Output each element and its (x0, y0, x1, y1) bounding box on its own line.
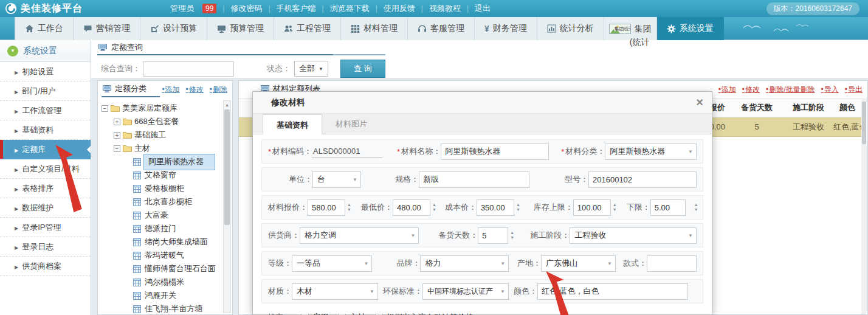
spinner-arrows[interactable]: ▲▼ (347, 202, 351, 212)
sidebar-item-custom-project-material[interactable]: ▶自定义项目/材料 (0, 159, 91, 179)
brand-select[interactable]: 格力 ▼ (420, 255, 509, 272)
sidebar-item-quota-library[interactable]: ▶定额库 (0, 140, 91, 159)
tree-scrollbar[interactable]: ▲ (223, 100, 231, 313)
edit-link[interactable]: 修改 (742, 85, 760, 95)
menu-browser-download[interactable]: 浏览器下载 (330, 3, 370, 14)
notification-badge[interactable]: 99 (202, 4, 216, 13)
checkbox-auto-price[interactable]: 根据出入库自动计算价格 (375, 312, 474, 315)
stock-max-input[interactable] (573, 199, 611, 216)
tree-root[interactable]: − 美美家居定额库 (102, 102, 221, 115)
tab-stats-analysis[interactable]: 统计分析 (537, 17, 604, 40)
add-link[interactable]: 添加 (162, 85, 179, 95)
scrollbar-thumb[interactable] (224, 109, 230, 225)
grade-select[interactable]: 一等品 ▼ (292, 255, 372, 272)
spinner-arrows[interactable]: ▲▼ (516, 202, 520, 212)
checkbox-enabled[interactable]: 启用 (301, 312, 328, 315)
menu-admin[interactable]: 管理员 (170, 3, 194, 14)
tree-item[interactable]: 北京喜步橱柜 (102, 195, 221, 209)
stock-min-input[interactable] (650, 199, 686, 216)
material-name-input[interactable] (441, 144, 549, 160)
supplier-select[interactable]: 格力空调 ▼ (300, 227, 419, 244)
tab-marketing[interactable]: 营销管理 (74, 17, 140, 40)
material-select[interactable]: 木材 ▼ (292, 283, 378, 300)
scrollbar-thumb[interactable] (862, 102, 866, 144)
color-input[interactable] (537, 283, 688, 300)
tree-item[interactable]: 蒂玛诺暖气 (102, 249, 221, 262)
sidebar-item-initial-settings[interactable]: ▶初始设置 (0, 62, 91, 81)
menu-feedback[interactable]: 使用反馈 (384, 3, 415, 14)
tree-item[interactable]: 德派拉门 (102, 222, 221, 235)
model-input[interactable] (588, 171, 697, 188)
close-icon[interactable]: × (696, 95, 703, 109)
search-input[interactable] (143, 61, 234, 77)
tree-item[interactable]: 鸿雁开关 (102, 289, 221, 302)
search-button[interactable]: 查 询 (340, 60, 385, 78)
spinner-arrows[interactable]: ▲▼ (432, 202, 436, 212)
list-scrollbar[interactable] (861, 98, 867, 314)
spec-input[interactable] (419, 171, 529, 188)
expand-icon[interactable]: + (114, 119, 120, 125)
tab-finance-mgmt[interactable]: ¥ 财务管理 (475, 17, 537, 40)
origin-select[interactable]: 广东佛山 ▼ (541, 255, 616, 272)
tab-project-mgmt[interactable]: 工程管理 (274, 17, 341, 40)
import-link[interactable]: 导入 (821, 85, 839, 95)
sidebar-item-workflow[interactable]: ▶工作流管理 (0, 101, 91, 120)
tree-item[interactable]: 缔尚大师集成墙面 (102, 235, 221, 249)
add-link[interactable]: 添加 (718, 85, 736, 95)
delete-link[interactable]: 删除 (210, 85, 227, 95)
sidebar-item-base-data[interactable]: ▶基础资料 (0, 120, 91, 140)
min-price-input[interactable] (393, 199, 430, 216)
menu-mobile-client[interactable]: 手机客户端 (277, 3, 316, 14)
tab-base-data[interactable]: 基础资料 (263, 114, 322, 134)
tab-group-stats[interactable]: 集团统计 集团 (统计 (604, 17, 657, 40)
menu-change-password[interactable]: 修改密码 (230, 3, 262, 14)
tab-system-settings[interactable]: 系统设置 (657, 17, 724, 40)
sidebar-item-supplier-archive[interactable]: ▶供货商档案 (0, 257, 91, 276)
quote-input[interactable] (308, 199, 345, 216)
material-category-select[interactable]: 阿里斯顿热水器 ▼ (605, 144, 697, 160)
tab-budget-mgmt[interactable]: 预算管理 (207, 17, 274, 40)
stage-select[interactable]: 工程验收 ▼ (570, 227, 697, 244)
collapse-icon[interactable]: − (102, 105, 108, 112)
tree-folder[interactable]: + 668全包套餐 (102, 115, 221, 128)
status-select[interactable]: 全部 ▼ (294, 61, 328, 77)
menu-logout[interactable]: 退出 (475, 3, 491, 14)
tree-item[interactable]: 佳飞翔-半亩方塘 (102, 302, 221, 314)
sidebar-header[interactable]: ▼ 系统设置 (0, 40, 91, 62)
tree-item[interactable]: 爱格板橱柜 (102, 182, 221, 195)
cost-price-input[interactable] (477, 199, 514, 216)
tab-material-images[interactable]: 材料图片 (322, 114, 381, 134)
checkbox-main-material[interactable]: 主材 (338, 312, 365, 315)
tree-item[interactable]: 阿里斯顿热水器 (102, 155, 221, 168)
spinner-arrows[interactable]: ▲▼ (510, 230, 514, 240)
spinner-arrows[interactable]: ▲▼ (613, 202, 617, 212)
tab-workbench[interactable]: 工作台 (15, 17, 74, 40)
sidebar-item-login-ip[interactable]: ▶登录IP管理 (0, 218, 91, 237)
tree-folder[interactable]: + 基础施工 (102, 128, 221, 142)
lead-days-input[interactable] (478, 227, 508, 244)
style-input[interactable] (647, 255, 697, 272)
delete-batch-link[interactable]: 删除/批量删除 (766, 85, 815, 95)
unit-select[interactable]: 台 ▼ (312, 171, 361, 188)
tab-design-budget[interactable]: 设计预算 (140, 17, 207, 40)
sidebar-item-login-log[interactable]: ▶登录日志 (0, 237, 91, 257)
tab-customer-service[interactable]: 客服管理 (408, 17, 475, 40)
menu-video-tutorial[interactable]: 视频教程 (429, 3, 461, 14)
sidebar-item-data-maintenance[interactable]: ▶数据维护 (0, 198, 91, 218)
triangle-icon: ▶ (15, 265, 18, 270)
sidebar-item-table-sort[interactable]: ▶表格排序 (0, 179, 91, 198)
env-std-select[interactable]: 中国环境标志认证产 ▼ (422, 283, 509, 300)
triangle-icon: ▶ (15, 70, 18, 75)
export-link[interactable]: 导出 (845, 85, 863, 95)
tree-item[interactable]: 懂师傅窗台理石台面 (102, 262, 221, 275)
sidebar-item-dept-users[interactable]: ▶部门/用户 (0, 81, 91, 101)
scroll-up-icon[interactable]: ▲ (224, 101, 230, 109)
tab-material-mgmt[interactable]: 材料管理 (341, 17, 408, 40)
expand-icon[interactable]: + (114, 132, 120, 139)
tree-item[interactable]: 艾格窗帘 (102, 168, 221, 182)
collapse-icon[interactable]: − (114, 145, 120, 152)
tree-item[interactable]: 大富豪 (102, 209, 221, 222)
tree-item[interactable]: 鸿尔榻榻米 (102, 275, 221, 289)
spinner-arrows[interactable]: ▲▼ (694, 202, 698, 212)
edit-link[interactable]: 修改 (186, 85, 204, 95)
